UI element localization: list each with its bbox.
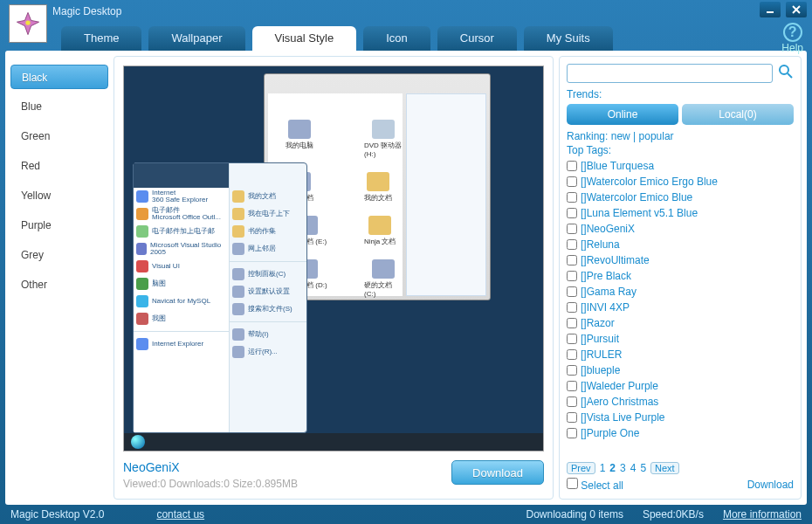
top-tags-label: Top Tags:	[567, 144, 794, 156]
tag-item[interactable]: []Razor	[567, 315, 794, 331]
pager-page-3[interactable]: 3	[620, 462, 626, 474]
sidebar-item-yellow[interactable]: Yellow	[10, 183, 108, 208]
tab-theme[interactable]: Theme	[61, 26, 141, 51]
tab-local[interactable]: Local(0)	[682, 104, 794, 125]
tag-checkbox[interactable]	[567, 255, 577, 265]
sidebar-item-purple[interactable]: Purple	[10, 213, 108, 238]
tag-item[interactable]: []Pursuit	[567, 331, 794, 347]
tag-checkbox[interactable]	[567, 192, 577, 203]
search-input[interactable]	[567, 64, 773, 83]
tag-label: []Pre Black	[581, 270, 631, 282]
tab-visual-style[interactable]: Visual Style	[252, 26, 357, 51]
download-link[interactable]: Download	[747, 479, 794, 491]
tag-item[interactable]: []Purple One	[567, 425, 794, 441]
pager-page-2[interactable]: 2	[609, 462, 616, 474]
tag-label: []Razor	[581, 317, 615, 329]
tab-wallpaper[interactable]: Wallpaper	[148, 26, 244, 51]
pager-page-1[interactable]: 1	[600, 462, 606, 474]
item-title: NeoGeniX	[123, 460, 298, 474]
pager-page-5[interactable]: 5	[640, 462, 646, 474]
tag-checkbox[interactable]	[567, 334, 577, 344]
tag-label: []Purple One	[581, 427, 639, 439]
trends-label: Trends:	[567, 88, 794, 100]
tag-checkbox[interactable]	[567, 161, 577, 171]
pager-page-4[interactable]: 4	[630, 462, 637, 474]
tag-label: []Watercolor Emico Blue	[581, 191, 692, 203]
ranking-new-link[interactable]: new	[611, 130, 630, 142]
tag-label: []Aero Christmas	[581, 396, 658, 408]
select-all-checkbox[interactable]	[567, 478, 578, 489]
download-button[interactable]: Download	[451, 460, 544, 485]
select-all-row[interactable]: Select all	[567, 478, 623, 492]
tab-cursor[interactable]: Cursor	[437, 26, 517, 51]
ranking-label: Ranking:	[567, 130, 608, 142]
tag-label: []Pursuit	[581, 333, 619, 345]
tag-item[interactable]: []Blue Turquesa	[567, 158, 794, 174]
tag-checkbox[interactable]	[567, 365, 577, 376]
tag-checkbox[interactable]	[567, 239, 577, 250]
tag-item[interactable]: []NeoGeniX	[567, 221, 794, 237]
svg-line-5	[788, 73, 792, 78]
main-panel: 我的电脑 共享文档 硬的文档 (E:) 硬的文档 (D:) DVD 驱动器 (H…	[114, 56, 554, 500]
tag-item[interactable]: []Vista Live Purple	[567, 410, 794, 425]
tag-checkbox[interactable]	[567, 176, 577, 187]
tag-item[interactable]: []Aero Christmas	[567, 394, 794, 410]
tag-item[interactable]: []Gama Ray	[567, 284, 794, 300]
tag-checkbox[interactable]	[567, 396, 577, 407]
tag-item[interactable]: []Pre Black	[567, 268, 794, 284]
tag-checkbox[interactable]	[567, 318, 577, 328]
style-preview-image: 我的电脑 共享文档 硬的文档 (E:) 硬的文档 (D:) DVD 驱动器 (H…	[123, 66, 544, 452]
close-button[interactable]	[786, 2, 807, 17]
sidebar-item-other[interactable]: Other	[10, 272, 108, 297]
tab-online[interactable]: Online	[567, 104, 678, 125]
tag-item[interactable]: []RevoUltimate	[567, 252, 794, 268]
ranking-popular-link[interactable]: popular	[639, 130, 674, 142]
tag-label: []Vista Live Purple	[581, 411, 665, 424]
tag-item[interactable]: []Watercolor Emico Blue	[567, 190, 794, 205]
main-tabbar: Theme Wallpaper Visual Style Icon Cursor…	[0, 23, 812, 51]
tag-item[interactable]: []RULER	[567, 347, 794, 362]
tag-item[interactable]: []INVI 4XP	[567, 300, 794, 315]
contact-us-link[interactable]: contact us	[156, 508, 204, 521]
tag-checkbox[interactable]	[567, 302, 577, 313]
more-information-link[interactable]: More information	[723, 508, 802, 521]
sidebar-item-green[interactable]: Green	[10, 124, 108, 148]
status-downloading: Downloading 0 items	[526, 508, 623, 521]
tag-checkbox[interactable]	[567, 224, 577, 234]
titlebar: Magic Desktop	[0, 0, 812, 23]
tag-checkbox[interactable]	[567, 349, 577, 360]
sidebar-item-black[interactable]: Black	[10, 65, 108, 89]
sidebar-item-red[interactable]: Red	[10, 154, 108, 178]
pager-next[interactable]: Next	[650, 462, 679, 474]
tag-item[interactable]: []Reluna	[567, 237, 794, 252]
sidebar-item-blue[interactable]: Blue	[10, 94, 108, 119]
tag-item[interactable]: []Luna Element v5.1 Blue	[567, 205, 794, 221]
help-label: Help	[781, 42, 803, 54]
tag-checkbox[interactable]	[567, 381, 577, 391]
tag-checkbox[interactable]	[567, 271, 577, 281]
right-panel: Trends: Online Local(0) Ranking: new | p…	[559, 56, 802, 500]
statusbar: Magic Desktop V2.0 contact us Downloadin…	[0, 505, 812, 524]
tag-item[interactable]: []blueple	[567, 362, 794, 378]
tag-checkbox[interactable]	[567, 428, 577, 438]
tab-icon[interactable]: Icon	[363, 26, 430, 51]
help-button[interactable]: ? Help	[781, 23, 803, 54]
search-icon[interactable]	[778, 64, 794, 83]
tag-label: []Luna Element v5.1 Blue	[581, 207, 698, 219]
help-icon: ?	[783, 23, 802, 42]
tag-checkbox[interactable]	[567, 208, 577, 218]
status-speed: Speed:0KB/s	[643, 508, 704, 521]
tag-checkbox[interactable]	[567, 286, 577, 297]
minimize-button[interactable]	[760, 2, 781, 17]
status-version: Magic Desktop V2.0	[10, 508, 104, 521]
tag-label: []Reluna	[581, 238, 620, 251]
tag-checkbox[interactable]	[567, 412, 577, 423]
tag-item[interactable]: []Waleder Purple	[567, 378, 794, 394]
tag-item[interactable]: []Watercolor Emico Ergo Blue	[567, 174, 794, 190]
tag-label: []Gama Ray	[581, 286, 637, 298]
pager-prev[interactable]: Prev	[567, 462, 595, 474]
sidebar-item-grey[interactable]: Grey	[10, 243, 108, 267]
tag-label: []INVI 4XP	[581, 301, 630, 314]
tab-my-suits[interactable]: My Suits	[524, 26, 613, 51]
tag-label: []Blue Turquesa	[581, 160, 654, 172]
